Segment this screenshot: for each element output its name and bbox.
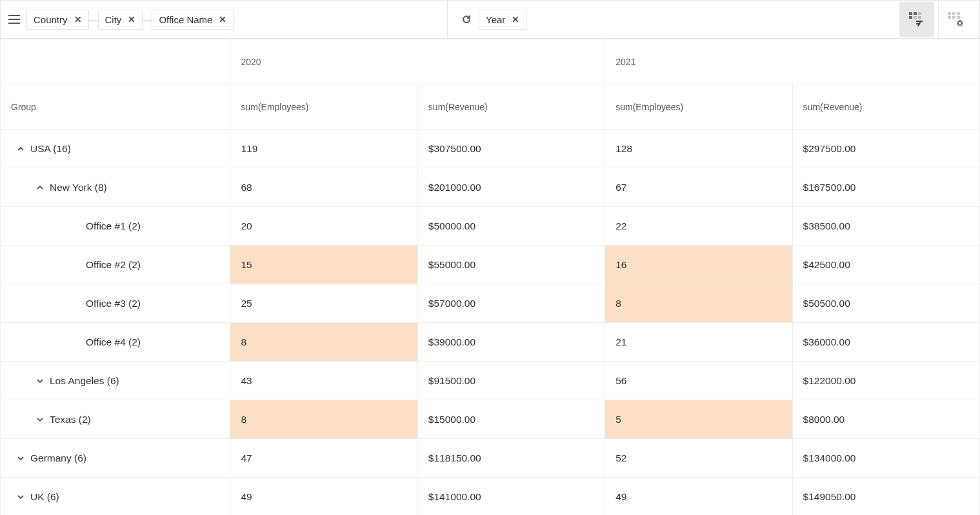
value-cell: 21 [605,323,792,362]
value-cell: $50000.00 [417,207,605,246]
close-icon[interactable]: ✕ [219,14,226,24]
metric-header-emp-2021[interactable]: sum(Employees) [605,84,792,130]
group-label: Los Angeles (6) [50,375,119,387]
svg-rect-3 [909,16,912,19]
value-cell: 52 [605,439,792,478]
chip-separator: — [89,15,98,25]
group-label: New York (8) [50,182,107,193]
value-cell: 8 [605,284,792,323]
year-header-2020[interactable]: 2020 [230,39,605,84]
col-dim-chip[interactable]: Year✕ [479,10,526,30]
toolbar-actions [899,2,973,37]
chevron-down-icon[interactable] [16,492,25,501]
value-cell: 49 [605,478,792,516]
svg-rect-5 [918,16,921,19]
value-cell: $55000.00 [417,246,605,284]
hamburger-icon[interactable] [7,12,21,26]
value-cell: $201000.00 [417,168,605,207]
chevron-up-icon[interactable] [35,183,45,192]
close-icon[interactable]: ✕ [74,14,82,24]
group-cell[interactable]: Germany (6) [1,439,230,478]
row-dim-chip[interactable]: Office Name✕ [152,10,234,30]
chip-label: City [105,14,122,25]
value-cell: $39000.00 [417,323,605,362]
value-cell: 25 [230,284,417,323]
group-label: Office #3 (2) [86,298,141,309]
chip-separator: — [143,15,152,25]
value-cell: $134000.00 [792,439,979,478]
chevron-up-icon[interactable] [16,144,25,153]
header-blank [1,39,230,84]
group-cell: Office #4 (2) [1,323,230,362]
year-header-2021[interactable]: 2021 [605,39,980,84]
metric-header-rev-2021[interactable]: sum(Revenue) [792,84,979,130]
close-icon[interactable]: ✕ [512,14,519,24]
group-label: Office #1 (2) [86,220,141,232]
value-cell: $15000.00 [417,400,605,439]
svg-rect-7 [952,12,955,15]
value-cell: 43 [230,362,417,400]
value-cell: 22 [605,207,792,246]
group-label: Office #4 (2) [86,336,141,348]
value-cell: 20 [230,207,417,246]
chip-label: Year [486,14,505,25]
value-cell: $118150.00 [417,439,605,478]
table-row: Office #4 (2)8$39000.0021$36000.00 [1,323,980,362]
group-cell[interactable]: Texas (2) [1,400,230,439]
value-cell: $307500.00 [417,130,605,168]
value-cell: 56 [605,362,792,400]
value-cell: $149050.00 [792,478,979,516]
svg-rect-2 [918,12,921,15]
group-label: UK (6) [30,491,59,503]
value-cell: 16 [605,246,792,284]
group-cell: Office #2 (2) [1,246,230,284]
year-header-row: 2020 2021 [1,39,980,84]
chevron-down-icon[interactable] [16,454,25,463]
value-cell: $297500.00 [792,130,979,168]
chevron-down-icon[interactable] [35,415,45,424]
table-row: UK (6)49$141000.0049$149050.00 [1,478,980,516]
svg-rect-4 [914,16,917,19]
value-cell: $122000.00 [792,362,979,400]
value-cell: 8 [230,323,417,362]
chevron-down-icon[interactable] [35,376,45,385]
group-header[interactable]: Group [1,84,230,130]
value-cell: $91500.00 [417,362,605,400]
group-cell: Office #1 (2) [1,207,230,246]
svg-rect-9 [948,16,951,19]
chip-label: Office Name [159,14,212,25]
table-row: Office #3 (2)25$57000.008$50500.00 [1,284,980,323]
value-cell: $167500.00 [792,168,979,207]
row-dim-chip[interactable]: City✕ [98,10,143,30]
value-cell: $57000.00 [417,284,605,323]
value-cell: 68 [230,168,417,207]
table-row: Germany (6)47$118150.0052$134000.00 [1,439,980,478]
svg-rect-11 [957,16,960,19]
metric-header-emp-2020[interactable]: sum(Employees) [230,84,417,130]
svg-rect-1 [914,12,917,15]
value-cell: 5 [605,400,792,439]
svg-rect-6 [948,12,951,15]
group-cell[interactable]: New York (8) [1,168,230,207]
value-cell: 49 [230,478,417,516]
row-dim-chip[interactable]: Country✕ [26,10,89,30]
close-icon[interactable]: ✕ [128,14,135,24]
table-row: USA (16)119$307500.00128$297500.00 [1,130,980,168]
filter-grid-button[interactable] [899,2,934,37]
group-label: Germany (6) [30,452,86,464]
value-cell: $141000.00 [417,478,605,516]
table-row: Los Angeles (6)43$91500.0056$122000.00 [1,362,980,400]
value-cell: $42500.00 [792,246,979,284]
row-dimensions-area: Country✕—City✕—Office Name✕ [7,10,447,30]
settings-grid-button[interactable] [938,2,973,37]
value-cell: 15 [230,246,417,284]
group-cell[interactable]: Los Angeles (6) [1,362,230,400]
value-cell: $8000.00 [792,400,979,439]
group-cell[interactable]: UK (6) [1,478,230,516]
svg-rect-10 [952,16,955,19]
group-label: Texas (2) [50,414,91,425]
group-cell[interactable]: USA (16) [1,130,230,168]
metric-header-rev-2020[interactable]: sum(Revenue) [417,84,605,130]
group-label: Office #2 (2) [86,259,141,271]
refresh-icon[interactable] [459,12,474,26]
